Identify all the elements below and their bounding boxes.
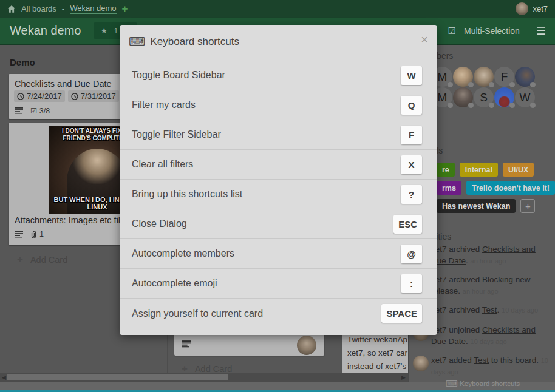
shortcut-key: W (401, 66, 422, 85)
star-icon: ★ (100, 26, 107, 35)
card-twitter[interactable]: Twitter wekanAp xet7, so xet7 car instea… (342, 330, 408, 374)
dialog-title: ⌨ Keyboard shortcuts (129, 35, 239, 49)
shortcut-key: F (401, 126, 422, 144)
horizontal-scrollbar[interactable]: ◀ ▶ (0, 373, 408, 382)
shortcut-action: Filter my cards (132, 100, 401, 110)
label-chip[interactable]: UI/UX (503, 163, 534, 177)
member-avatar[interactable] (453, 87, 473, 107)
clock-icon (17, 93, 24, 100)
member-avatar[interactable] (474, 67, 494, 87)
activity-time: an hour ago (463, 288, 499, 295)
keyboard-shortcuts-footer-link[interactable]: ⌨ Keyboard shortcuts (410, 379, 555, 388)
shortcut-action: Bring up this shortcuts list (132, 189, 401, 200)
due-date-end-badge: 7/31/2017 (68, 90, 119, 102)
close-icon[interactable]: × (421, 33, 428, 46)
label-chip[interactable]: Trello doesn't have it! (466, 181, 555, 195)
scroll-left-arrow[interactable]: ◀ (2, 373, 6, 382)
plus-icon: + (182, 363, 188, 374)
label-chip[interactable]: Has newest Wekan (437, 199, 516, 213)
shortcut-key: @ (401, 245, 422, 263)
shortcut-row: Assign yourself to current card SPACE (120, 299, 437, 328)
multi-selection-checkbox-icon[interactable]: ☑ (448, 25, 456, 36)
top-navbar: All boards - Wekan demo + xet7 (0, 0, 555, 18)
shortcut-row: Autocomplete members @ (120, 239, 437, 269)
breadcrumb-separator: - (62, 4, 64, 13)
due-date-start-badge: 7/24/2017 (14, 90, 65, 102)
clock-icon (71, 93, 78, 100)
activity-avatar[interactable] (413, 356, 429, 371)
keyboard-shortcuts-dialog: ⌨ Keyboard shortcuts × Toggle Board Side… (120, 25, 437, 335)
activity-time: 10 days ago (502, 306, 538, 314)
label-chip[interactable]: Internal (460, 163, 498, 177)
activity-card-link[interactable]: Test (474, 356, 489, 365)
shortcut-list: Toggle Board Sidebar W Filter my cards Q… (120, 61, 437, 328)
shortcut-row: Toggle Board Sidebar W (120, 61, 437, 90)
user-avatar[interactable] (516, 2, 528, 15)
member-avatar[interactable] (453, 67, 473, 87)
keyboard-icon: ⌨ (129, 35, 145, 49)
card-member-avatar[interactable] (297, 336, 316, 355)
shortcut-action: Autocomplete emoji (132, 278, 401, 289)
shortcut-row: Autocomplete emoji : (120, 269, 437, 299)
scrollbar-thumb[interactable] (7, 374, 228, 380)
shortcut-action: Close Dialog (132, 218, 393, 229)
scroll-right-arrow[interactable]: ▶ (401, 373, 406, 382)
teal-accent-bar (0, 390, 555, 392)
description-icon (182, 340, 191, 348)
card-text-line: Twitter wekanAp (347, 333, 408, 346)
attachment-badge: 1 (30, 230, 44, 238)
plus-icon: + (17, 254, 23, 265)
add-board-button[interactable]: + (122, 4, 128, 14)
star-count: 1 (114, 26, 118, 35)
label-chip[interactable]: re (437, 163, 455, 177)
activity-time: 10 days ago (471, 338, 507, 345)
shortcut-key: ? (401, 185, 422, 204)
member-avatar[interactable]: W (515, 87, 535, 107)
activity-item: xet7 added Test to this board. 10 days a… (413, 355, 551, 377)
shortcut-row: Close Dialog ESC (120, 209, 437, 239)
all-boards-link[interactable]: All boards (21, 4, 56, 13)
home-icon[interactable] (7, 5, 16, 13)
activity-time: an hour ago (471, 257, 506, 265)
shortcut-key: SPACE (381, 304, 422, 323)
card-text-line: xet7, so xet7 car (347, 346, 408, 360)
card-title: Checklists and Due Date (15, 79, 112, 89)
member-avatar[interactable]: S (474, 87, 494, 107)
member-avatar[interactable] (515, 67, 535, 87)
paperclip-icon (30, 231, 37, 238)
shortcut-action: Toggle Board Sidebar (132, 70, 401, 81)
current-board-link[interactable]: Wekan demo (70, 4, 116, 14)
member-avatar[interactable] (494, 87, 514, 107)
header-divider (528, 25, 528, 37)
card-title: Attachments: Images etc files (15, 215, 129, 225)
card-text-line: instead of xet7's (347, 360, 408, 373)
member-avatar[interactable]: F (494, 67, 514, 87)
checklist-badge: ☑ 3/8 (30, 106, 50, 115)
hamburger-menu-icon[interactable]: ☰ (536, 24, 545, 38)
shortcut-key: ESC (393, 215, 422, 234)
shortcut-row: Bring up this shortcuts list ? (120, 180, 437, 209)
description-icon (15, 107, 23, 114)
list-title-demo[interactable]: Demo (10, 57, 35, 67)
shortcut-key: Q (401, 96, 422, 115)
activity-card-link[interactable]: Test (482, 305, 497, 314)
shortcut-action: Autocomplete members (132, 248, 401, 259)
description-icon (15, 231, 23, 238)
add-card-button[interactable]: + Add Card (182, 363, 232, 374)
add-label-button[interactable]: + (520, 199, 535, 213)
shortcut-action: Assign yourself to current card (132, 308, 381, 319)
add-card-button[interactable]: + Add Card (17, 254, 67, 265)
username[interactable]: xet7 (533, 4, 548, 13)
shortcut-row: Toggle Filter Sidebar F (120, 120, 437, 150)
checklist-icon: ☑ (30, 107, 37, 115)
shortcut-row: Filter my cards Q (120, 90, 437, 120)
label-chip[interactable]: rms (437, 181, 461, 195)
shortcut-row: Clear all filters X (120, 150, 437, 180)
shortcut-key: X (401, 155, 422, 174)
shortcut-key: : (401, 274, 422, 293)
board-title[interactable]: Wekan demo (10, 24, 81, 38)
wekan-app: All boards - Wekan demo + xet7 Wekan dem… (0, 0, 555, 392)
keyboard-icon: ⌨ (446, 379, 458, 388)
shortcut-action: Clear all filters (132, 159, 401, 170)
multi-selection-label[interactable]: Multi-Selection (464, 26, 520, 36)
